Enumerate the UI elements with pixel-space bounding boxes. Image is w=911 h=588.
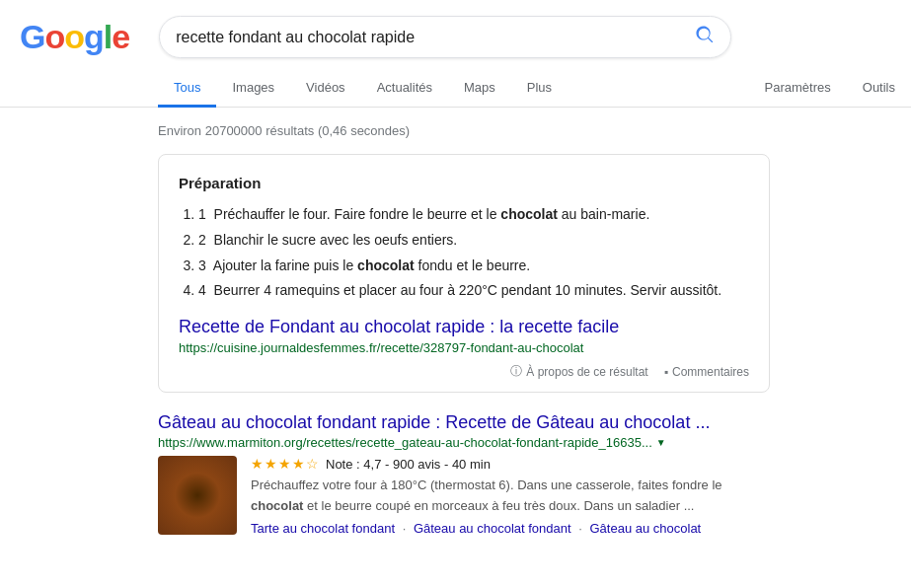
tab-actualites[interactable]: Actualités — [361, 70, 448, 108]
related-link-2[interactable]: Gâteau au chocolat fondant — [414, 521, 571, 536]
info-icon: ⓘ — [510, 363, 522, 380]
commentaires-btn[interactable]: ▪ Commentaires — [664, 365, 749, 379]
snippet-step-4: 4 Beurrer 4 ramequins et placer au four … — [198, 279, 749, 303]
result-count: Environ 20700000 résultats (0,46 seconde… — [158, 115, 770, 154]
related-link-1[interactable]: Tarte au chocolat fondant — [251, 521, 395, 536]
tab-outils[interactable]: Outils — [847, 70, 911, 108]
related-links: Tarte au chocolat fondant · Gâteau au ch… — [251, 521, 770, 536]
tab-plus[interactable]: Plus — [511, 70, 568, 108]
snippet-list: 1 Préchauffer le four. Faire fondre le b… — [179, 203, 749, 303]
main-content: Environ 20700000 résultats (0,46 seconde… — [0, 108, 770, 536]
apropos-label: À propos de ce résultat — [526, 365, 647, 379]
rating-stars: ★★★★☆ — [251, 456, 320, 472]
result-1-url-arrow: ▼ — [656, 437, 666, 448]
rating-info: Note : 4,7 - 900 avis - 40 min — [326, 457, 491, 472]
snippet-step-1: 1 Préchauffer le four. Faire fondre le b… — [198, 203, 749, 227]
google-logo[interactable]: Google — [20, 18, 129, 56]
search-bar — [159, 16, 731, 58]
commentaires-label: Commentaires — [672, 365, 749, 379]
result-1-text: ★★★★☆ Note : 4,7 - 900 avis - 40 min Pré… — [251, 456, 770, 536]
thumbnail-image — [158, 456, 237, 535]
comment-icon: ▪ — [664, 365, 668, 379]
logo-letter-o1: o — [44, 18, 64, 56]
header: Google — [0, 0, 911, 58]
snippet-title: Préparation — [179, 175, 749, 191]
snippet-step-3: 3 Ajouter la farine puis le chocolat fon… — [198, 255, 749, 278]
logo-letter-g2: g — [84, 18, 104, 56]
logo-letter-l: l — [104, 18, 112, 56]
search-input[interactable] — [176, 29, 687, 46]
logo-letter-g: G — [20, 18, 44, 56]
snippet-result-title[interactable]: Recette de Fondant au chocolat rapide : … — [179, 317, 749, 337]
tab-maps[interactable]: Maps — [448, 70, 511, 108]
separator-2: · — [578, 521, 582, 536]
search-button[interactable] — [687, 25, 715, 49]
tab-tous[interactable]: Tous — [158, 70, 216, 108]
tab-images[interactable]: Images — [216, 70, 290, 108]
snippet-result-url: https://cuisine.journaldesfemmes.fr/rece… — [179, 340, 583, 355]
search-icon — [695, 25, 715, 44]
rating-row: ★★★★☆ Note : 4,7 - 900 avis - 40 min — [251, 456, 770, 472]
result-1-url-row: https://www.marmiton.org/recettes/recett… — [158, 435, 770, 450]
apropos-btn[interactable]: ⓘ À propos de ce résultat — [510, 363, 647, 380]
result-1-snippet: Préchauffez votre four à 180°C (thermost… — [251, 476, 770, 517]
featured-snippet: Préparation 1 Préchauffer le four. Faire… — [158, 154, 770, 393]
result-1-url: https://www.marmiton.org/recettes/recett… — [158, 435, 652, 450]
logo-letter-o2: o — [64, 18, 84, 56]
result-1-title[interactable]: Gâteau au chocolat fondant rapide : Rece… — [158, 412, 770, 433]
nav-tabs: Tous Images Vidéos Actualités Maps Plus … — [0, 62, 911, 108]
related-link-3[interactable]: Gâteau au chocolat — [589, 521, 701, 536]
snippet-step-2: 2 Blanchir le sucre avec les oeufs entie… — [198, 229, 749, 253]
tab-parametres[interactable]: Paramètres — [749, 70, 847, 108]
result-1-body: ★★★★☆ Note : 4,7 - 900 avis - 40 min Pré… — [158, 456, 770, 536]
separator-1: · — [403, 521, 407, 536]
result-1-thumbnail — [158, 456, 237, 535]
nav-right: Paramètres Outils — [749, 70, 911, 107]
logo-letter-e: e — [112, 18, 129, 56]
tab-videos[interactable]: Vidéos — [290, 70, 361, 108]
snippet-actions: ⓘ À propos de ce résultat ▪ Commentaires — [179, 363, 749, 380]
result-1: Gâteau au chocolat fondant rapide : Rece… — [158, 412, 770, 536]
